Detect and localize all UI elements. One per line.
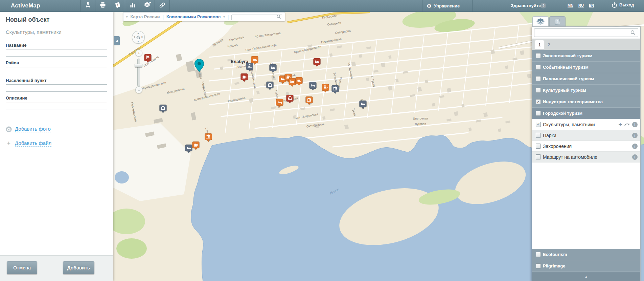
layer-label: Захоронения (543, 144, 572, 149)
layer-group-bottom-0[interactable]: Ecotourism (532, 249, 640, 260)
name-field[interactable] (6, 49, 107, 57)
district-field-label: Район (6, 60, 107, 65)
topbar-tools: i+ (80, 0, 170, 12)
tab-layers[interactable] (532, 16, 549, 27)
pan-up-icon: ▲ (137, 32, 139, 34)
lang-en-link[interactable]: EN (589, 3, 594, 7)
zoom-slider-track[interactable] (137, 59, 140, 86)
add-photo-button[interactable]: Добавить фото (6, 126, 107, 132)
layer-list: ✓Скульптуры, памятники+iПаркиiЗахоронени… (532, 119, 640, 163)
zoom-out-button[interactable]: – (135, 86, 142, 93)
link-icon (159, 2, 166, 10)
street-label: Луговая (415, 122, 426, 126)
layer-groups: Экологический туризмСобытийный туризмПал… (532, 50, 640, 119)
layer-item-2[interactable]: Захороненияi (532, 141, 640, 152)
zoom-slider-handle[interactable] (135, 64, 142, 67)
layer-checkbox[interactable] (536, 263, 541, 268)
pan-right-icon: ▶ (142, 36, 143, 38)
info-icon[interactable]: i (632, 133, 638, 138)
layer-group-1[interactable]: Событийный туризм (532, 62, 640, 73)
greeting-text: Здравствуйте (511, 3, 541, 8)
zoom-in-button[interactable]: + (135, 49, 142, 57)
add-object-icon[interactable]: + (618, 122, 622, 127)
print-button[interactable] (95, 0, 110, 12)
layer-group-bottom-1[interactable]: Pilgrimage (532, 260, 640, 272)
map-pan-control[interactable]: ▲ ▼ ◀ ▶ (132, 31, 145, 44)
gear-icon: ⚙ (427, 3, 431, 8)
search-icon (277, 15, 281, 19)
layer-checkbox[interactable]: ✓ (536, 99, 541, 104)
layer-label: Парки (543, 133, 556, 138)
layer-group-2[interactable]: Паломнический туризм (532, 73, 640, 85)
group-label: Событийный туризм (543, 65, 589, 70)
lang-ru-link[interactable]: RU (578, 3, 584, 7)
page-tab-2[interactable]: 2 (546, 40, 552, 49)
group-label: Индустрия гостеприимства (543, 99, 603, 104)
district-field[interactable] (6, 67, 107, 74)
map-city-label: Елабуга (231, 59, 249, 64)
panel-collapse-button[interactable]: ▲ (532, 272, 640, 281)
layer-checkbox[interactable] (536, 88, 541, 93)
link-button[interactable] (155, 0, 170, 12)
stats-button[interactable] (125, 0, 140, 12)
help-button[interactable]: ? (540, 3, 546, 8)
layer-item-0[interactable]: ✓Скульптуры, памятники+i (532, 119, 640, 130)
layer-checkbox[interactable] (536, 53, 541, 58)
layer-item-3[interactable]: Маршрут на автомобилеi (532, 152, 640, 163)
page-tab-1[interactable]: 1 (535, 40, 544, 49)
layer-checkbox[interactable] (536, 133, 541, 138)
layer-checkbox[interactable] (536, 144, 541, 149)
layer-search-input[interactable] (534, 28, 638, 37)
group-label: Городской туризм (543, 111, 582, 116)
measure-icon (85, 2, 91, 10)
info-icon[interactable]: i (632, 122, 638, 127)
layer-group-5[interactable]: Городской туризм (532, 108, 640, 119)
measure-button[interactable] (80, 0, 95, 12)
activemap-app: { "colors":{"topbar_bg":"#6d8794","accen… (0, 0, 644, 281)
pan-left-icon: ◀ (133, 36, 135, 38)
map-layer-toolbar: ▾ Карта России | Космоснимки Роскосмос ▾… (123, 12, 285, 21)
stats-icon (129, 2, 136, 10)
map-search-input[interactable] (231, 15, 282, 20)
description-field-label: Описание (6, 95, 107, 101)
language-switcher: MNRUEN (568, 3, 594, 7)
toolbar-divider: | (228, 14, 229, 20)
layer-checkbox[interactable]: ✓ (536, 122, 541, 127)
management-button[interactable]: ⚙ Управление (427, 0, 460, 12)
add-file-label: Добавить файл (15, 140, 51, 147)
cancel-button[interactable]: Отмена (7, 261, 37, 274)
layer-checkbox[interactable] (536, 65, 541, 70)
layer-item-1[interactable]: Паркиi (532, 130, 640, 141)
layer-group-0[interactable]: Экологический туризм (532, 50, 640, 62)
lang-mn-link[interactable]: MN (568, 3, 573, 7)
base-layer-button[interactable]: Карта России (131, 14, 160, 19)
info-icon[interactable]: i (632, 144, 638, 149)
settlement-field[interactable] (6, 84, 107, 92)
layer-label: Скульптуры, памятники (543, 122, 595, 127)
group-label: Pilgrimage (543, 263, 565, 268)
panel-empty-space (532, 163, 640, 249)
layer-checkbox[interactable] (536, 154, 541, 159)
tab-legend[interactable]: ? (549, 16, 566, 27)
sidebar-collapse-button[interactable]: ◀ (114, 36, 120, 45)
add-layer-icon: + (144, 2, 151, 10)
group-label: Ecotourism (543, 252, 567, 257)
curved-arrow-icon[interactable] (624, 122, 630, 128)
camera-icon (6, 126, 12, 132)
layer-group-3[interactable]: Культурный туризм (532, 85, 640, 96)
layer-checkbox[interactable] (536, 76, 541, 81)
add-layer-button[interactable]: + (140, 0, 155, 12)
layer-group-4[interactable]: ✓Индустрия гостеприимства (532, 96, 640, 108)
guide-button[interactable]: i (110, 0, 125, 12)
topbar: ActiveMap i+ ⚙ Управление Здравствуйте ?… (0, 0, 644, 12)
info-icon[interactable]: i (632, 154, 638, 160)
submit-button[interactable]: Добавить (63, 261, 94, 274)
legend-icon: ? (553, 18, 561, 25)
description-field[interactable] (6, 102, 107, 109)
logout-button[interactable]: Выход (612, 2, 634, 8)
active-layer-button[interactable]: Космоснимки Роскосмос (166, 14, 221, 19)
group-label: Экологический туризм (543, 53, 592, 58)
layer-checkbox[interactable] (536, 111, 541, 116)
layer-checkbox[interactable] (536, 252, 541, 257)
add-file-button[interactable]: + Добавить файл (6, 140, 107, 147)
